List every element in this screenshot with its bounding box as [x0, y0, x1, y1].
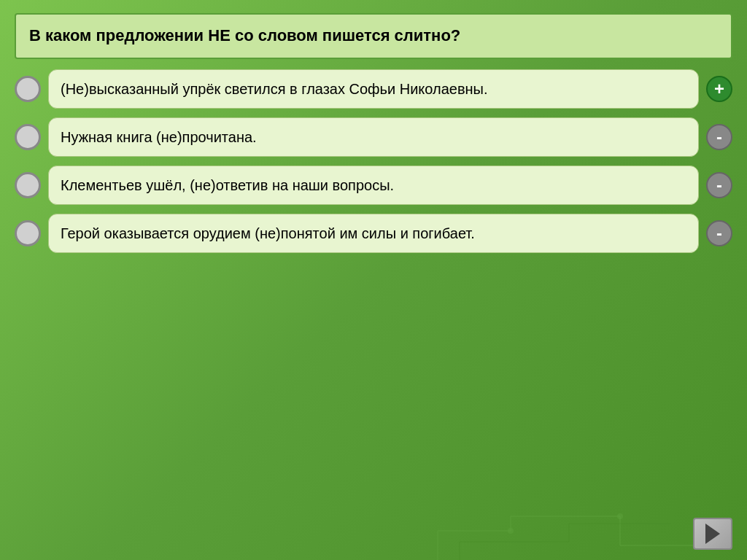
radio-a[interactable] [15, 76, 41, 102]
radio-b[interactable] [15, 124, 41, 150]
answer-text-c: Клементьев ушёл, (не)ответив на наши воп… [61, 177, 394, 193]
next-arrow-icon [705, 524, 720, 544]
answer-row-d: Герой оказывается орудием (не)понятой им… [15, 214, 732, 253]
sign-label-b: - [716, 127, 722, 147]
radio-a-inner [23, 84, 33, 94]
sign-label-d: - [716, 223, 722, 244]
sign-label-c: - [716, 175, 722, 195]
answers-area: (Не)высказанный упрёк светился в глазах … [15, 69, 732, 547]
answer-card-c[interactable]: Клементьев ушёл, (не)ответив на наши воп… [48, 166, 699, 205]
sign-btn-a[interactable]: + [706, 76, 732, 102]
next-button[interactable] [693, 518, 732, 550]
sign-btn-b[interactable]: - [706, 124, 732, 150]
radio-c[interactable] [15, 172, 41, 198]
answer-text-b: Нужная книга (не)прочитана. [61, 129, 257, 145]
question-text: В каком предложении НЕ со словом пишется… [29, 26, 460, 44]
answer-card-a[interactable]: (Не)высказанный упрёк светился в глазах … [48, 69, 699, 109]
question-block: В каком предложении НЕ со словом пишется… [15, 13, 732, 59]
sign-btn-d[interactable]: - [706, 220, 732, 246]
answer-row-a: (Не)высказанный упрёк светился в глазах … [15, 69, 732, 109]
sign-btn-c[interactable]: - [706, 172, 732, 198]
answer-text-a: (Не)высказанный упрёк светился в глазах … [61, 81, 488, 97]
answer-card-b[interactable]: Нужная книга (не)прочитана. [48, 117, 699, 157]
answer-row-c: Клементьев ушёл, (не)ответив на наши воп… [15, 166, 732, 205]
answer-text-d: Герой оказывается орудием (не)понятой им… [61, 225, 475, 241]
radio-b-inner [23, 132, 33, 142]
answer-row-b: Нужная книга (не)прочитана. - [15, 117, 732, 157]
radio-d-inner [23, 228, 33, 238]
radio-c-inner [23, 180, 33, 190]
radio-d[interactable] [15, 220, 41, 246]
sign-label-a: + [714, 79, 724, 99]
main-container: В каком предложении НЕ со словом пишется… [0, 0, 747, 560]
answer-card-d[interactable]: Герой оказывается орудием (не)понятой им… [48, 214, 699, 253]
